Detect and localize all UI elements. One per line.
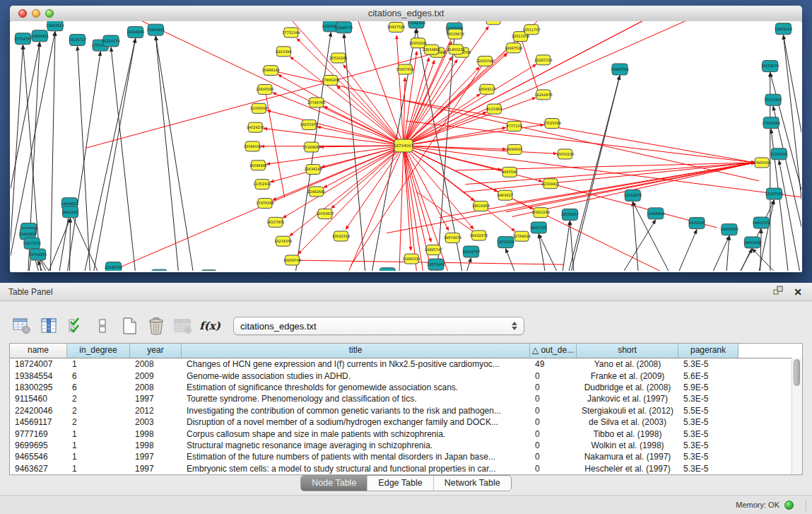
network-window[interactable]: citations_edges.txt 15734787158934511168… (10, 6, 802, 272)
table-row[interactable]: 1938455462009Genome-wide association stu… (10, 370, 802, 381)
svg-text:15333501: 15333501 (770, 152, 788, 156)
column-header-filler (739, 344, 802, 358)
table-selector-dropdown[interactable]: citations_edges.txt (233, 317, 524, 335)
table-row[interactable]: 1830029562008Estimation of significance … (10, 382, 802, 393)
window-minimize-button[interactable] (32, 9, 40, 18)
svg-text:22845080: 22845080 (256, 87, 273, 91)
svg-text:18724007: 18724007 (394, 144, 413, 148)
cell-year: 1997 (130, 452, 182, 462)
float-panel-icon[interactable] (773, 283, 784, 301)
cell-name: 22420046 (10, 406, 67, 416)
svg-text:16601572: 16601572 (753, 221, 770, 225)
table-header: namein_degreeyeartitle△ out_de...shortpa… (10, 344, 802, 358)
cell-year: 2003 (130, 417, 182, 427)
cell-out_degree: 0 (530, 452, 577, 462)
cell-name: 19384554 (10, 371, 67, 381)
tab-network-table[interactable]: Network Table (433, 476, 511, 491)
cell-title: Corpus callosum shape and size in male p… (182, 429, 530, 439)
memory-ok-indicator (784, 501, 794, 510)
window-title: citations_edges.txt (10, 6, 802, 21)
function-builder-icon[interactable]: f(x) (199, 315, 220, 337)
svg-text:12843133: 12843133 (775, 27, 792, 31)
svg-text:16098466: 16098466 (249, 163, 267, 168)
svg-text:17751344: 17751344 (282, 30, 300, 35)
cell-title: Estimation of the future numbers of pati… (182, 452, 530, 462)
svg-text:10093857: 10093857 (316, 211, 334, 216)
column-header-in_degree[interactable]: in_degree (67, 344, 130, 358)
table-row[interactable]: 977716911998Corpus callosum shape and si… (10, 428, 802, 439)
delete-column-icon[interactable] (146, 315, 167, 337)
cell-title: Embryonic stem cells: a model to study s… (182, 464, 530, 474)
table-row[interactable]: 946362711997Embryonic stem cells: a mode… (10, 463, 802, 474)
select-rows-icon[interactable] (65, 315, 86, 337)
column-header-short[interactable]: short (577, 344, 678, 358)
citation-network-graph[interactable]: 1573478715893451116835131913572717553959… (11, 21, 801, 271)
column-header-title[interactable]: title (182, 344, 530, 358)
cell-in_degree: 1 (67, 429, 130, 439)
table-row[interactable]: 911546021997Tourette syndrome. Phenomeno… (10, 393, 802, 404)
svg-text:20159578: 20159578 (761, 64, 779, 68)
svg-text:14024230: 14024230 (247, 125, 264, 129)
cell-in_degree: 6 (67, 371, 130, 381)
new-column-icon[interactable] (119, 315, 140, 337)
cell-name: 9115460 (10, 394, 67, 404)
cell-in_degree: 2 (67, 417, 130, 427)
svg-text:9777169: 9777169 (506, 124, 522, 128)
table-row[interactable]: 969969511998Structural magnetic resonanc… (10, 440, 802, 451)
svg-text:22636189: 22636189 (304, 167, 322, 171)
table-row[interactable]: 1456911722003Disruption of a novel membe… (10, 416, 802, 428)
table-toolbar: f(x) citations_edges.txt (11, 314, 524, 338)
svg-text:18246845: 18246845 (126, 30, 144, 34)
svg-text:11008340: 11008340 (250, 106, 268, 110)
cell-name: 9777169 (10, 429, 67, 439)
network-canvas[interactable]: 1573478715893451116835131913572717553959… (11, 21, 801, 271)
svg-text:9665705: 9665705 (531, 226, 546, 230)
cell-pagerank: 5.3E-5 (678, 417, 739, 427)
svg-text:17976399: 17976399 (256, 201, 273, 205)
cell-year: 1997 (130, 464, 182, 474)
tab-edge-table[interactable]: Edge Table (367, 476, 433, 491)
svg-text:14512169: 14512169 (497, 240, 514, 244)
svg-text:20921299: 20921299 (531, 210, 549, 214)
cell-out_degree: 0 (530, 464, 577, 474)
scrollbar-thumb[interactable] (794, 359, 800, 386)
cell-pagerank: 5.3E-5 (678, 464, 739, 474)
cell-short: de Silva et al. (2003) (577, 417, 678, 427)
column-header-name[interactable]: name (10, 344, 67, 358)
cell-in_degree: 1 (67, 440, 130, 450)
svg-text:9331545: 9331545 (689, 221, 705, 225)
table-row[interactable]: 2242004622012Investigating the contribut… (10, 405, 802, 416)
column-header-pagerank[interactable]: pagerank (678, 344, 739, 358)
svg-text:13591519: 13591519 (332, 234, 350, 238)
cell-in_degree: 6 (67, 382, 130, 392)
cell-in_degree: 1 (67, 452, 130, 462)
cell-pagerank: 5.5E-5 (678, 406, 739, 416)
network-view-desktop: citations_edges.txt 15734787158934511168… (0, 0, 812, 283)
svg-text:18603920: 18603920 (743, 240, 761, 245)
show-column-icon[interactable] (38, 315, 59, 337)
window-titlebar[interactable]: citations_edges.txt (10, 6, 802, 22)
cell-out_degree: 0 (530, 406, 577, 416)
svg-text:18268748: 18268748 (283, 258, 301, 262)
close-panel-icon[interactable]: ✕ (794, 287, 802, 297)
row-height-icon[interactable] (92, 315, 113, 337)
tab-node-table[interactable]: Node Table (301, 476, 367, 491)
window-zoom-button[interactable] (45, 9, 54, 18)
cell-pagerank: 5.9E-5 (678, 382, 739, 392)
table-row[interactable]: 946554611997Estimation of the future num… (10, 451, 802, 462)
column-header-year[interactable]: year (130, 344, 182, 358)
svg-text:15607654: 15607654 (396, 67, 414, 71)
svg-text:20749765: 20749765 (307, 100, 325, 105)
cell-name: 14569117 (10, 417, 67, 427)
cell-short: Tibbo et al. (1998) (577, 429, 678, 439)
memory-status-label: Memory: OK (736, 501, 779, 509)
svg-text:22339411: 22339411 (541, 182, 559, 186)
table-scrollbar[interactable] (792, 358, 802, 474)
svg-text:10665004: 10665004 (753, 160, 770, 165)
table-settings-icon[interactable] (11, 315, 33, 337)
table-row[interactable]: 1872400712008Changes of HCN gene express… (10, 358, 802, 370)
svg-text:11683513: 11683513 (46, 23, 64, 28)
column-header-out_degree[interactable]: △ out_de... (530, 344, 577, 358)
cell-year: 1997 (130, 394, 182, 404)
window-close-button[interactable] (18, 9, 27, 18)
